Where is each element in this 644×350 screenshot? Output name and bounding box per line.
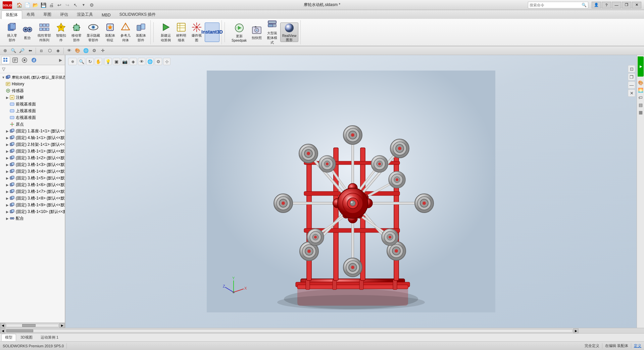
- view-setting-btn[interactable]: ⚙: [91, 47, 98, 54]
- tab-sketch[interactable]: 草图: [39, 10, 56, 19]
- smart-fastener-btn[interactable]: 智能扣件: [54, 23, 68, 42]
- property-manager-tab[interactable]: [11, 56, 19, 64]
- tree-slot5[interactable]: ▶ (固定) 3.槽-1<5> (默认<<默认>_显: [0, 175, 65, 181]
- close-btn[interactable]: ✕: [632, 2, 641, 8]
- move-component-btn[interactable]: 移动零部件: [69, 23, 84, 42]
- tree-slot2[interactable]: ▶ (固定) 3.槽-1<2> (默认<<默认>_显: [0, 155, 65, 161]
- help-btn[interactable]: ?: [602, 2, 611, 8]
- select-btn[interactable]: ↖: [72, 1, 79, 9]
- status-customize[interactable]: 定义: [634, 343, 641, 348]
- hide-show-btn[interactable]: 👁: [65, 47, 73, 54]
- tab-mbd[interactable]: MBD: [97, 11, 115, 19]
- filter-icon[interactable]: ▽: [1, 66, 6, 72]
- 3d-viewport[interactable]: X Y Z ⊡ ❐ — ✕ ⊕ 🔍 ↻ ✋ 💡 ▣ 📷: [65, 55, 637, 328]
- user-btn[interactable]: 👤: [592, 2, 601, 8]
- zoom-in-btn[interactable]: 🔍: [10, 47, 17, 54]
- prev-view-btn[interactable]: ⬅: [27, 47, 34, 54]
- scene-vp-btn[interactable]: 🌐: [146, 58, 154, 65]
- tree-root[interactable]: ▼ 摩轮水动机 (默认<默认_显示状态-1>): [0, 74, 65, 81]
- update-speedpak-btn[interactable]: 更新Speedpak: [230, 23, 249, 42]
- pan-mode-btn[interactable]: ✋: [95, 58, 102, 65]
- tree-slot1[interactable]: ▶ (固定) 3.槽-1<1> (默认<<默认>_显: [0, 148, 65, 155]
- feature-manager-tab[interactable]: [1, 56, 10, 64]
- tree-axis[interactable]: ▶ (固定) 4.轴-1<1> (默认<<默认>_显: [0, 134, 65, 141]
- vp-maximize-btn[interactable]: ⊡: [628, 65, 635, 73]
- 3d-vp-btn[interactable]: ⊹: [163, 58, 170, 65]
- large-assembly-btn[interactable]: 大型装配体模式: [265, 23, 280, 42]
- zoom-fit-btn[interactable]: ⊕: [1, 47, 9, 54]
- horizontal-scrollbar[interactable]: ◀ ▶: [0, 328, 644, 333]
- lights-btn[interactable]: 💡: [104, 58, 112, 65]
- task-pane-btn[interactable]: ▶: [638, 56, 644, 77]
- tab-3dview[interactable]: 3D视图: [17, 334, 36, 341]
- rotate-mode-btn[interactable]: ↻: [86, 58, 94, 65]
- h-scroll-track[interactable]: [6, 329, 573, 333]
- tab-render[interactable]: 渲染工具: [72, 10, 97, 19]
- tree-origin[interactable]: 原点: [0, 121, 65, 128]
- snapshot-btn[interactable]: 拍快照: [249, 23, 264, 42]
- tree-slot4[interactable]: ▶ (固定) 3.槽-1<4> (默认<<默认>_显: [0, 168, 65, 175]
- tree-slot10[interactable]: ▶ (固定) 3.槽-1<10> (默认<<默认>_: [0, 208, 65, 215]
- insert-component-btn[interactable]: 插入零部件: [5, 23, 19, 42]
- realview-btn[interactable]: RealView图形: [280, 23, 298, 42]
- tree-slot7[interactable]: ▶ (固定) 3.槽-1<7> (默认<<默认>_显: [0, 188, 65, 195]
- vp-close-btn[interactable]: ✕: [628, 89, 635, 97]
- right-scene-btn[interactable]: 🌅: [637, 87, 644, 93]
- disp-style-vp-btn[interactable]: ◈: [130, 58, 137, 65]
- tree-history[interactable]: History: [0, 81, 65, 87]
- panel-expand-arrow[interactable]: ▶: [57, 56, 63, 64]
- scroll-right-btn[interactable]: ▶: [59, 323, 65, 328]
- tree-slot9[interactable]: ▶ (固定) 3.槽-1<9> (默认<<默认>_显: [0, 202, 65, 208]
- view-settings-vp-btn[interactable]: ⚙: [155, 58, 162, 65]
- h-scroll-left[interactable]: ◀: [0, 329, 5, 333]
- display-style-btn[interactable]: ◈: [54, 47, 62, 54]
- tree-slot8[interactable]: ▶ (固定) 3.槽-1<8> (默认<<默认>_显: [0, 195, 65, 202]
- scroll-left-btn[interactable]: ◀: [0, 323, 5, 328]
- dim-expert-tab[interactable]: d: [30, 56, 38, 64]
- right-decals-btn[interactable]: 🏷: [637, 94, 644, 101]
- print-btn[interactable]: 🖨: [48, 1, 55, 9]
- hide-all-vp-btn[interactable]: 👁: [138, 58, 145, 65]
- tree-base[interactable]: ▶ (固定) 1.基座-1<1> (默认<<默认>: [0, 128, 65, 134]
- edit-appearance-btn[interactable]: 🎨: [74, 47, 81, 54]
- tab-model[interactable]: 模型: [1, 334, 16, 341]
- home-btn[interactable]: 🏠: [15, 1, 23, 9]
- new-motion-btn[interactable]: 新建运动算例: [158, 23, 173, 42]
- view-orient-vp-btn[interactable]: ⊕: [68, 58, 77, 65]
- save-btn[interactable]: 💾: [40, 1, 47, 9]
- tree-right-plane[interactable]: 右视基准面: [0, 114, 65, 121]
- linear-array-btn[interactable]: 线性零部件阵列: [36, 23, 53, 42]
- mate-btn[interactable]: 配合: [20, 23, 35, 42]
- restore-btn[interactable]: ❐: [622, 2, 631, 8]
- zoom-mode-btn[interactable]: 🔍: [78, 58, 85, 65]
- tree-mates[interactable]: ▶ 配合: [0, 215, 65, 222]
- right-task-btn[interactable]: ▦: [637, 109, 644, 116]
- tree-sensors[interactable]: 传感器: [0, 87, 65, 94]
- new-btn[interactable]: 📄: [23, 1, 31, 9]
- tree-rotor[interactable]: ▶ (固定) 2.转架-1<1> (默认<<默认>: [0, 141, 65, 148]
- section-vp-btn[interactable]: ▣: [113, 58, 120, 65]
- assembly-feature-btn[interactable]: 装配体特征: [103, 23, 117, 42]
- right-display-btn[interactable]: ▤: [637, 101, 644, 108]
- show-hide-btn[interactable]: 显示隐藏零部件: [85, 23, 102, 42]
- command-search[interactable]: [530, 3, 582, 7]
- vp-restore-btn[interactable]: ❐: [628, 73, 635, 81]
- redo-btn[interactable]: ↪: [64, 1, 71, 9]
- tab-plugins[interactable]: SOLIDWORKS 插件: [115, 10, 160, 19]
- tab-evaluate[interactable]: 评估: [56, 10, 72, 19]
- tab-assemble[interactable]: 装配体: [1, 10, 22, 19]
- tab-motion1[interactable]: 运动算例 1: [37, 334, 62, 341]
- tree-annotations[interactable]: ▶ A 注解: [0, 94, 65, 101]
- tree-front-plane[interactable]: 前视基准面: [0, 101, 65, 107]
- 3d-pointer-btn[interactable]: ✛: [99, 47, 106, 54]
- vp-minimize-btn[interactable]: —: [628, 81, 635, 89]
- undo-btn[interactable]: ↩: [56, 1, 63, 9]
- instant3d-btn[interactable]: Instant3D: [205, 23, 219, 42]
- more-btn[interactable]: ▼: [80, 1, 87, 9]
- tab-layout[interactable]: 布局: [22, 10, 39, 19]
- panel-h-scrollbar[interactable]: ◀ ▶: [0, 322, 65, 328]
- scroll-track[interactable]: [6, 324, 59, 327]
- zoom-area-btn[interactable]: 🔎: [18, 47, 26, 54]
- tree-slot6[interactable]: ▶ (固定) 3.槽-1<6> (默认<<默认>_显: [0, 181, 65, 188]
- h-scroll-right[interactable]: ▶: [573, 329, 579, 333]
